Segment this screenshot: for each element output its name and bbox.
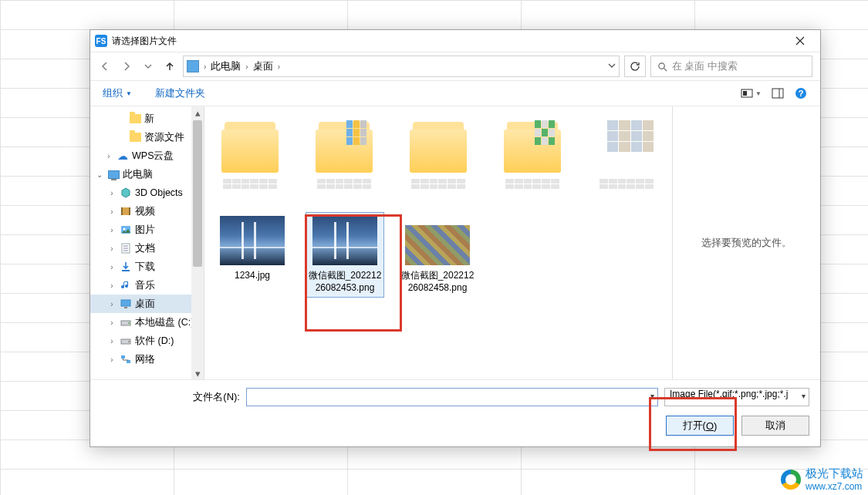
- tree-item-label: 图片: [135, 224, 155, 237]
- tree-item[interactable]: ›音乐: [90, 276, 204, 295]
- expand-icon[interactable]: ›: [107, 244, 117, 253]
- expand-icon[interactable]: ›: [107, 281, 117, 290]
- chevron-down-icon: ▼: [126, 90, 132, 97]
- watermark: 极光下载站 www.xz7.com: [781, 466, 863, 492]
- crumb-sep-icon: ›: [204, 62, 206, 71]
- file-item[interactable]: 1234.jpg: [214, 213, 291, 285]
- doc-icon: [120, 242, 132, 254]
- chevron-down-icon: [143, 61, 154, 72]
- expand-icon[interactable]: ›: [107, 355, 117, 364]
- back-button[interactable]: [96, 58, 113, 75]
- expand-icon[interactable]: ›: [107, 263, 117, 271]
- folder-item[interactable]: [496, 116, 569, 197]
- tree-item[interactable]: 资源文件: [90, 128, 204, 146]
- expand-icon[interactable]: ›: [107, 337, 117, 345]
- new-folder-label: 新建文件夹: [155, 86, 205, 100]
- tree-item-label: 下载: [135, 261, 155, 274]
- 3d-icon: [120, 187, 132, 199]
- svg-point-20: [128, 322, 130, 324]
- file-list[interactable]: 1234.jpg微信截图_20221226082453.png微信截图_2022…: [204, 106, 672, 379]
- file-area: 1234.jpg微信截图_20221226082453.png微信截图_2022…: [204, 106, 820, 379]
- watermark-brand: 极光下载站: [806, 466, 863, 480]
- img-icon: [120, 224, 132, 236]
- chevron-down-icon[interactable]: ▾: [650, 392, 654, 400]
- search-box[interactable]: 在 桌面 中搜索: [650, 56, 812, 77]
- address-dropdown[interactable]: [608, 61, 616, 72]
- expand-icon[interactable]: ›: [107, 189, 117, 197]
- search-icon: [657, 62, 667, 72]
- folder-item[interactable]: [214, 116, 286, 197]
- expand-icon[interactable]: ›: [107, 207, 117, 216]
- close-button[interactable]: [785, 30, 816, 52]
- help-button[interactable]: ?: [789, 84, 812, 103]
- thumbnails-icon: [741, 87, 753, 99]
- filename-input[interactable]: ▾: [246, 388, 658, 406]
- organize-label: 组织: [103, 86, 123, 100]
- close-icon: [795, 36, 805, 45]
- file-type-select[interactable]: Image File(*.gif;*.png;*.jpg;*.j ▾: [664, 388, 809, 406]
- scroll-thumb[interactable]: [193, 120, 202, 267]
- pc-icon: [187, 60, 199, 72]
- folder-item[interactable]: [402, 116, 475, 197]
- tree-item-label: WPS云盘: [132, 150, 174, 163]
- new-folder-button[interactable]: 新建文件夹: [150, 84, 210, 103]
- tree-item[interactable]: ›☁WPS云盘: [90, 146, 204, 165]
- tree-item-label: 桌面: [135, 298, 155, 311]
- tree-item[interactable]: ›桌面: [90, 295, 204, 313]
- arrow-right-icon: [121, 61, 132, 72]
- expand-icon[interactable]: ›: [104, 152, 113, 160]
- open-button[interactable]: 打开(O): [666, 416, 734, 436]
- expand-icon[interactable]: ›: [107, 300, 117, 308]
- address-bar[interactable]: › 此电脑 › 桌面 ›: [183, 56, 620, 77]
- file-item[interactable]: 微信截图_20221226082453.png: [306, 213, 383, 297]
- tree-item[interactable]: ⌄此电脑: [90, 165, 204, 184]
- preview-pane-button[interactable]: [766, 84, 789, 103]
- pc-icon: [107, 168, 120, 180]
- chevron-down-icon[interactable]: ▼: [755, 90, 762, 97]
- scroll-up-icon[interactable]: ▴: [191, 106, 204, 119]
- mus-icon: [120, 279, 132, 291]
- sidebar-scrollbar[interactable]: ▴ ▾: [191, 106, 204, 379]
- tree-item[interactable]: ›下载: [90, 258, 204, 276]
- forward-button[interactable]: [118, 58, 135, 75]
- nav-row: › 此电脑 › 桌面 › 在 桌面 中搜索: [90, 52, 820, 80]
- tree-item[interactable]: ›文档: [90, 239, 204, 258]
- tree-item[interactable]: ›图片: [90, 221, 204, 239]
- tree-item[interactable]: ›网络: [90, 350, 204, 369]
- app-icon: FS: [95, 35, 107, 47]
- tree-item-label: 本地磁盘 (C:): [135, 316, 194, 329]
- up-button[interactable]: [161, 58, 178, 75]
- tree-item-label: 3D Objects: [135, 187, 183, 198]
- chevron-down-icon[interactable]: ▾: [802, 392, 806, 400]
- svg-point-11: [123, 228, 126, 231]
- crumb-sep-icon: ›: [278, 62, 280, 71]
- tree-item[interactable]: 新: [90, 109, 204, 128]
- dl-icon: [120, 261, 132, 273]
- organize-menu[interactable]: 组织 ▼: [98, 84, 137, 103]
- file-item[interactable]: 微信截图_20221226082458.png: [399, 213, 476, 297]
- folder-item[interactable]: [308, 116, 380, 197]
- tree-item[interactable]: ›3D Objects: [90, 184, 204, 202]
- tree-item-label: 文档: [135, 242, 155, 255]
- tree-item-label: 网络: [135, 353, 155, 366]
- tree-item[interactable]: ›软件 (D:): [90, 332, 204, 350]
- file-thumbnail: [220, 216, 285, 265]
- expand-icon[interactable]: ›: [107, 318, 117, 327]
- folder-item[interactable]: [590, 116, 663, 197]
- cancel-button[interactable]: 取消: [741, 416, 809, 436]
- titlebar: FS 请选择图片文件: [90, 30, 820, 52]
- file-type-value: Image File(*.gif;*.png;*.jpg;*.j: [670, 389, 788, 399]
- expand-icon[interactable]: ›: [107, 226, 117, 234]
- svg-rect-9: [129, 207, 130, 215]
- crumb-leaf[interactable]: 桌面: [253, 60, 273, 73]
- expand-icon[interactable]: ⌄: [95, 170, 104, 179]
- crumb-root[interactable]: 此电脑: [211, 60, 241, 73]
- refresh-button[interactable]: [624, 56, 646, 77]
- tree-item[interactable]: ›视频: [90, 202, 204, 221]
- file-name: 微信截图_20221226082453.png: [308, 270, 382, 294]
- folder-icon: [129, 113, 141, 125]
- tree-item[interactable]: ›本地磁盘 (C:): [90, 313, 204, 332]
- recent-dropdown[interactable]: [140, 58, 157, 75]
- scroll-down-icon[interactable]: ▾: [191, 367, 204, 379]
- folder-row: [209, 114, 667, 210]
